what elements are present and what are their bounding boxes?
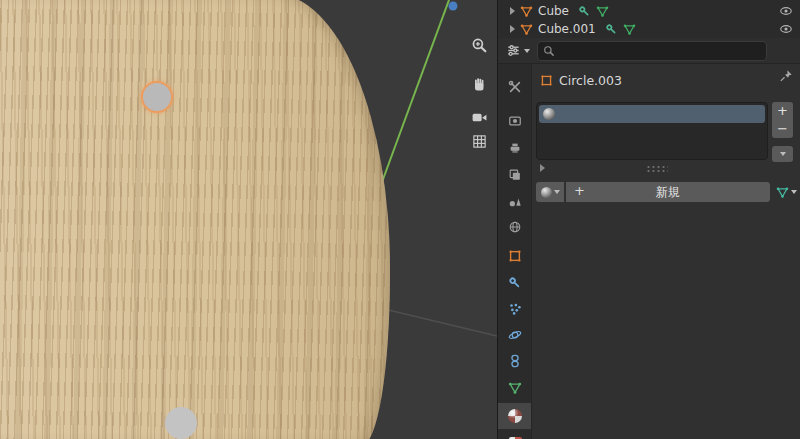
tab-render[interactable] [498, 108, 532, 134]
list-resize-grip[interactable] [646, 165, 668, 172]
material-slots-list [536, 102, 768, 160]
remove-slot-button[interactable]: − [772, 120, 793, 138]
chevron-down-icon [524, 49, 530, 53]
object-icon [540, 74, 553, 87]
modifier-wrench-icon [605, 23, 618, 36]
world-globe-icon [508, 220, 522, 234]
expand-triangle-icon[interactable] [510, 7, 515, 15]
tab-view-layer[interactable] [498, 162, 532, 188]
constraints-chain-icon [508, 354, 522, 368]
tab-output[interactable] [498, 135, 532, 161]
viewport-3d[interactable] [0, 0, 497, 439]
expand-triangle-icon[interactable] [510, 25, 515, 33]
chevron-down-icon [554, 190, 560, 194]
properties-search[interactable] [537, 41, 767, 61]
outliner: Cube [498, 0, 800, 39]
slot-specials-button[interactable] [772, 146, 793, 162]
add-slot-button[interactable]: + [772, 102, 793, 121]
scene-icon [508, 194, 522, 208]
tab-scene[interactable] [498, 188, 532, 214]
render-icon [508, 114, 522, 128]
object-properties-icon [508, 249, 522, 263]
expand-triangle-icon[interactable] [540, 164, 545, 172]
outliner-row-cube001[interactable]: Cube.001 [498, 20, 800, 38]
circle-object[interactable] [165, 407, 197, 439]
tab-object[interactable] [498, 243, 532, 269]
tab-physics[interactable] [498, 322, 532, 348]
visibility-eye-icon[interactable] [779, 4, 793, 18]
view-layer-icon [508, 168, 522, 182]
geometry-nodes-icon [596, 5, 609, 18]
tab-world[interactable] [498, 214, 532, 240]
object-name: Cube.001 [538, 20, 596, 38]
browse-material-button[interactable] [536, 182, 564, 202]
physics-orbit-icon [508, 328, 522, 342]
new-material-label: 新規 [656, 184, 680, 201]
object-name: Cube [538, 2, 569, 20]
properties-header [498, 38, 800, 64]
tab-tool[interactable] [498, 74, 532, 100]
right-panel: Cube [497, 0, 800, 439]
nodetree-icon [776, 186, 789, 199]
geometry-nodes-icon [623, 23, 636, 36]
chevron-down-icon [780, 152, 786, 156]
tab-material[interactable] [498, 403, 532, 429]
camera-icon [471, 109, 488, 126]
properties-content: Circle.003 + − [532, 64, 800, 439]
blender-window: Cube [0, 0, 800, 439]
mesh-object-icon [520, 23, 533, 36]
tab-object-data[interactable] [498, 375, 532, 401]
pin-icon[interactable] [779, 69, 793, 83]
material-sphere-icon [543, 108, 555, 120]
particles-icon [508, 302, 522, 316]
material-nodes-button[interactable] [776, 186, 797, 199]
new-material-button[interactable]: + 新規 [566, 182, 770, 202]
chevron-down-icon [791, 190, 797, 194]
slots-list-footer [536, 160, 768, 176]
modifier-wrench-icon [578, 5, 591, 18]
material-sphere-icon [541, 187, 552, 198]
tab-modifiers[interactable] [498, 270, 532, 296]
move-view-button[interactable] [467, 73, 491, 97]
printer-icon [508, 141, 522, 155]
hand-icon [471, 77, 487, 93]
material-assign-row: + 新規 [536, 182, 797, 202]
material-slot-selected[interactable] [539, 105, 765, 123]
tool-icon [508, 80, 522, 94]
selected-circle-object[interactable] [141, 81, 173, 113]
search-icon [543, 45, 555, 57]
camera-view-button[interactable] [467, 105, 491, 129]
tab-texture[interactable] [498, 430, 532, 439]
modifier-wrench-icon [508, 276, 522, 290]
orthographic-toggle-button[interactable] [467, 129, 491, 153]
wood-board-object[interactable] [0, 0, 390, 439]
visibility-eye-icon[interactable] [779, 22, 793, 36]
properties-editor-icon [506, 43, 521, 58]
object-data-icon [508, 381, 522, 395]
magnifier-zoom-icon [471, 37, 488, 54]
material-sphere-icon [508, 409, 522, 423]
plus-icon: + [574, 183, 585, 198]
outliner-row-cube[interactable]: Cube [498, 2, 800, 20]
tab-constraints[interactable] [498, 348, 532, 374]
mesh-object-icon [520, 5, 533, 18]
editor-type-button[interactable] [506, 43, 530, 58]
axis-gizmo-dot[interactable] [449, 2, 458, 11]
grid-icon [472, 134, 487, 149]
zoom-tool-button[interactable] [467, 33, 491, 57]
tab-particles[interactable] [498, 296, 532, 322]
breadcrumb: Circle.003 [532, 68, 800, 92]
properties-tab-strip [498, 64, 532, 439]
active-object-name: Circle.003 [559, 73, 622, 88]
search-input[interactable] [559, 43, 761, 58]
grid-floor-line [380, 308, 497, 336]
